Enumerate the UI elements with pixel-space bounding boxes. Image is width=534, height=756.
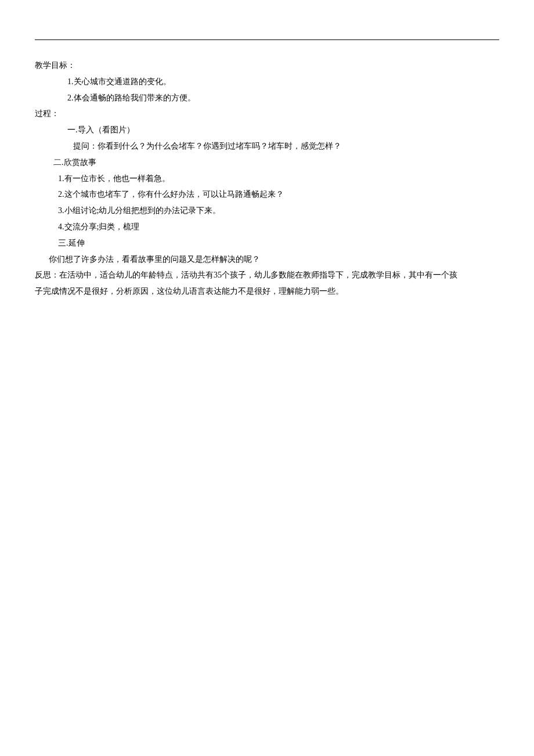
section-title-objectives: 教学目标： <box>35 59 499 73</box>
process-part2-item: 2.这个城市也堵车了，你有什么好办法，可以让马路通畅起来？ <box>35 188 499 201</box>
process-part2-item: 3.小组讨论;幼儿分组把想到的办法记录下来。 <box>35 204 499 218</box>
process-part3-heading: 三.延伸 <box>35 236 499 250</box>
reflection-line: 反思：在活动中，适合幼儿的年龄特点，活动共有35个孩子，幼儿多数能在教师指导下，… <box>35 268 499 282</box>
process-part3-text: 你们想了许多办法，看看故事里的问题又是怎样解决的呢？ <box>35 253 499 267</box>
process-part2-heading: 二.欣赏故事 <box>35 156 499 170</box>
process-part1-question: 提问：你看到什么？为什么会堵车？你遇到过堵车吗？堵车时，感觉怎样？ <box>35 139 499 153</box>
reflection-line: 子完成情况不是很好，分析原因，这位幼儿语言表达能力不是很好，理解能力弱一些。 <box>35 285 499 298</box>
horizontal-divider <box>35 39 499 40</box>
process-part1-heading: 一.导入（看图片） <box>35 123 499 137</box>
document-page: 教学目标： 1.关心城市交通道路的变化。 2.体会通畅的路给我们带来的方便。 过… <box>0 0 534 298</box>
objective-item: 1.关心城市交通道路的变化。 <box>35 75 499 89</box>
process-part2-item: 1.有一位市长，他也一样着急。 <box>35 172 499 186</box>
objective-item: 2.体会通畅的路给我们带来的方便。 <box>35 91 499 105</box>
process-part2-item: 4.交流分享;归类，梳理 <box>35 220 499 234</box>
section-title-process: 过程： <box>35 107 499 121</box>
